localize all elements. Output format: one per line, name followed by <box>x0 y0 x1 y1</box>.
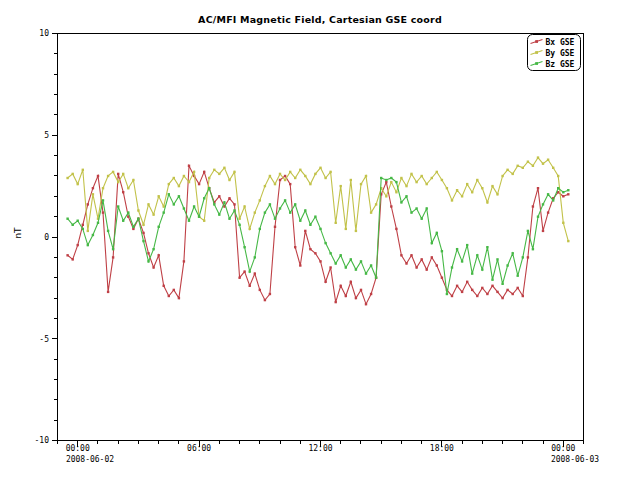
x-date-right: 2008-06-03 <box>551 455 599 464</box>
legend-marker <box>535 62 538 65</box>
x-tick-label: 06:00 <box>187 444 211 453</box>
tick-labels: 1050-5-1000:0006:0012:0018:0000:002008-0… <box>35 29 600 463</box>
legend-label: Bz GSE <box>546 60 575 69</box>
axes <box>52 34 584 447</box>
plot-window: AC/MFI Magnetic Field, Cartesian GSE coo… <box>0 0 640 480</box>
legend-marker <box>535 51 538 54</box>
series-bz-line <box>68 178 569 294</box>
x-tick-label: 18:00 <box>430 444 454 453</box>
y-tick-label: -5 <box>39 335 49 344</box>
y-tick-label: 10 <box>39 29 49 38</box>
series-by-line <box>68 158 569 242</box>
y-tick-label: -10 <box>35 436 50 445</box>
x-tick-label: 00:00 <box>551 444 575 453</box>
y-tick-label: 5 <box>44 131 49 140</box>
y-tick-label: 0 <box>44 233 49 242</box>
legend: Bx GSEBy GSEBz GSE <box>528 35 581 71</box>
x-date-left: 2008-06-02 <box>66 455 114 464</box>
legend-label: By GSE <box>546 49 575 58</box>
legend-marker <box>535 40 538 43</box>
x-tick-label: 12:00 <box>308 444 332 453</box>
legend-label: Bx GSE <box>546 38 575 47</box>
x-tick-label: 00:00 <box>66 444 90 453</box>
series-bz <box>66 177 569 295</box>
plot-svg[interactable]: 1050-5-1000:0006:0012:0018:0000:002008-0… <box>0 0 640 480</box>
